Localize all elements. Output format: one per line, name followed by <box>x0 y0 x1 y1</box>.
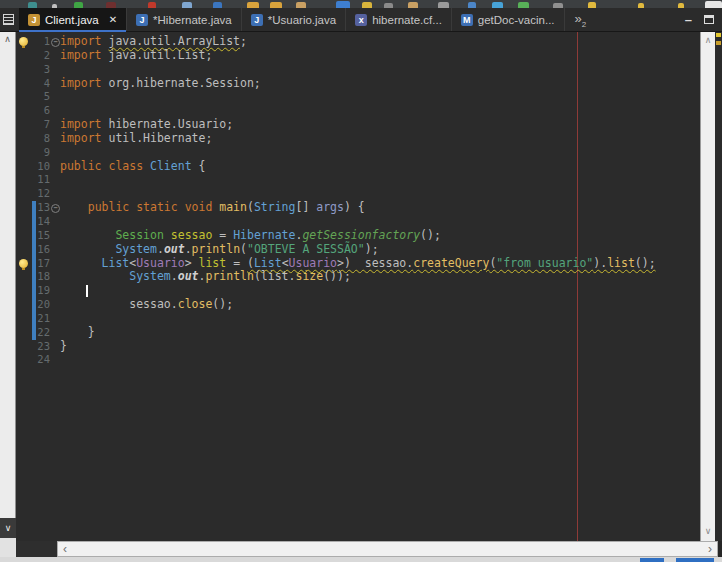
code-token: Client <box>150 159 192 173</box>
warning-mark[interactable] <box>716 33 721 37</box>
code-token: = <box>212 228 233 242</box>
code-token: Usuario <box>136 256 184 270</box>
code-token <box>60 269 129 283</box>
right-vertical-scrollbar[interactable]: ∧ ∨ <box>700 32 715 541</box>
toolbar-icon-fragment[interactable] <box>336 1 350 8</box>
code-text: List<Usuario> list = (List<Usuario>) ses… <box>60 257 656 271</box>
minimize-button[interactable]: – <box>685 15 692 25</box>
code-token: org.hibernate.Session; <box>102 76 261 90</box>
code-line: 9 <box>16 146 700 160</box>
code-text: Session sessao = Hibernate.getSessionfac… <box>60 229 441 243</box>
fold-cell <box>50 146 59 160</box>
line-number: 7 <box>36 118 50 132</box>
code-text: import java.util.List; <box>60 49 212 63</box>
line-number: 5 <box>36 90 50 104</box>
overflow-glyph: » <box>575 11 582 26</box>
editor-tab[interactable]: J*Hibernate.java <box>127 8 242 31</box>
code-token: ; <box>240 34 247 48</box>
scroll-left-icon[interactable]: ‹ <box>63 542 67 556</box>
gutter-icon-cell <box>16 173 32 187</box>
code-line: 3 <box>16 63 700 77</box>
gutter-icon-cell <box>16 77 32 91</box>
code-text: System.out.println("OBTEVE A SESSÃO"); <box>60 243 379 257</box>
editor-tab[interactable]: J*Usuario.java <box>242 8 346 31</box>
code-token: sessao. <box>60 297 178 311</box>
code-token: [] <box>295 200 316 214</box>
tab-label: *Hibernate.java <box>153 14 232 26</box>
restore-window-icon[interactable] <box>704 15 714 24</box>
fold-cell: − <box>50 35 59 49</box>
code-token: < <box>282 256 289 270</box>
horizontal-scrollbar[interactable]: ‹ › <box>57 541 718 557</box>
scroll-down-button-left[interactable]: ∨ <box>0 518 16 538</box>
code-token: public class <box>60 159 150 173</box>
line-number: 3 <box>36 63 50 77</box>
toolbar-icon-fragment[interactable] <box>705 1 722 8</box>
warning-mark[interactable] <box>716 41 721 45</box>
error-stripe[interactable] <box>715 32 722 541</box>
gutter-icon-cell <box>16 340 32 354</box>
line-number: 22 <box>36 326 50 340</box>
line-number: 21 <box>36 312 50 326</box>
code-line: 4import org.hibernate.Session; <box>16 77 700 91</box>
xml-file-icon: x <box>355 14 367 26</box>
code-line: 22 } <box>16 326 700 340</box>
code-token: = <box>226 256 247 270</box>
background-window-fragment <box>640 558 664 562</box>
scroll-right-icon[interactable]: › <box>708 542 712 556</box>
fold-cell <box>50 118 59 132</box>
window-menu-icon[interactable] <box>3 14 14 25</box>
close-tab-icon[interactable]: ✕ <box>109 14 117 25</box>
code-token: import <box>60 131 102 145</box>
fold-cell <box>50 104 59 118</box>
code-token: println <box>205 269 253 283</box>
scroll-up-icon[interactable]: ∧ <box>0 32 15 46</box>
code-area[interactable]: 1−import java.util.ArrayList;2import jav… <box>16 32 700 367</box>
code-token: println <box>192 242 240 256</box>
line-number: 1 <box>36 35 50 49</box>
editor-tab[interactable]: xhibernate.cf... <box>346 8 452 31</box>
code-token: List <box>102 256 130 270</box>
editor-tab[interactable]: JClient.java✕ <box>19 8 127 31</box>
code-token <box>60 256 102 270</box>
code-token: System <box>115 242 157 256</box>
editor-tab[interactable]: MgetDoc-vacin... <box>452 8 565 31</box>
gutter-icon-cell <box>16 35 32 49</box>
code-line: 15 Session sessao = Hibernate.getSession… <box>16 229 700 243</box>
fold-cell <box>50 215 59 229</box>
code-token <box>164 228 171 242</box>
gutter-icon-cell <box>16 215 32 229</box>
left-vertical-scrollbar[interactable]: ∧ <box>0 32 16 518</box>
code-editor[interactable]: 1−import java.util.ArrayList;2import jav… <box>16 32 700 541</box>
code-token: List <box>254 256 282 270</box>
line-number: 4 <box>36 77 50 91</box>
code-fold-icon[interactable]: − <box>51 38 60 47</box>
gutter-icon-cell <box>16 312 32 326</box>
tab-label: hibernate.cf... <box>372 14 442 26</box>
tab-overflow-chevron[interactable]: »2 <box>565 8 587 31</box>
scroll-up-icon[interactable]: ∧ <box>701 35 715 45</box>
fold-cell <box>50 353 59 367</box>
code-token: public static void <box>88 200 220 214</box>
code-line: 14 <box>16 215 700 229</box>
fold-cell <box>50 187 59 201</box>
fold-cell <box>50 243 59 257</box>
fold-cell <box>50 173 59 187</box>
code-token: Session <box>115 228 163 242</box>
hint-lightbulb-icon[interactable] <box>19 259 28 268</box>
editor-tab-bar: JClient.java✕J*Hibernate.javaJ*Usuario.j… <box>0 8 722 32</box>
code-text: import java.util.ArrayList; <box>60 35 247 49</box>
code-token: list <box>607 256 635 270</box>
hint-lightbulb-icon[interactable] <box>19 37 28 46</box>
code-line: 16 System.out.println("OBTEVE A SESSÃO")… <box>16 243 700 257</box>
fold-cell <box>50 312 59 326</box>
code-token: ( <box>247 256 254 270</box>
code-token: (); <box>420 228 441 242</box>
fold-cell <box>50 284 59 298</box>
line-number: 23 <box>36 340 50 354</box>
code-token: java.util.List; <box>102 48 213 62</box>
line-number: 17 <box>36 257 50 271</box>
code-token: . <box>157 242 164 256</box>
scroll-down-icon[interactable]: ∨ <box>701 526 715 536</box>
code-fold-icon[interactable]: − <box>51 204 60 213</box>
